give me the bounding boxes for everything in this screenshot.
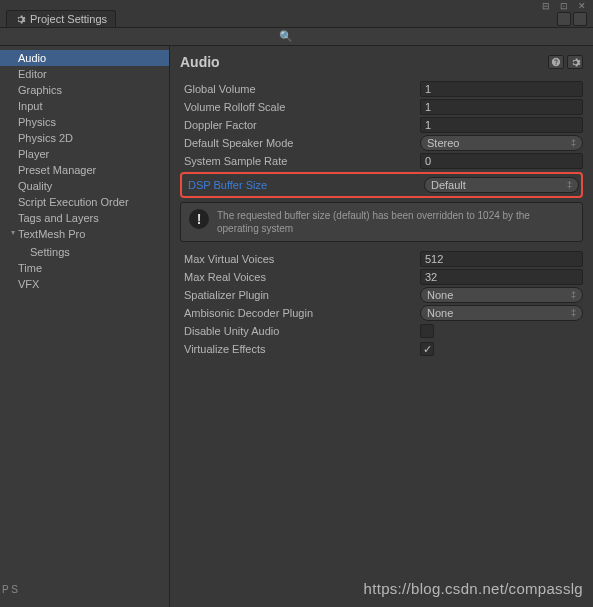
window-controls: ⊟ ⊡ ✕ — [539, 0, 589, 12]
prop-volume-rolloff: Volume Rolloff Scale — [180, 98, 583, 116]
sidebar-item-editor[interactable]: Editor — [0, 66, 169, 82]
highlighted-dsp-row: DSP Buffer Size Default — [180, 172, 583, 198]
settings-icon[interactable] — [567, 55, 583, 69]
prop-doppler-factor: Doppler Factor — [180, 116, 583, 134]
content-title: Audio — [180, 54, 220, 70]
ambisonic-dropdown[interactable]: None — [420, 305, 583, 321]
sidebar-item-preset-manager[interactable]: Preset Manager — [0, 162, 169, 178]
virtualize-checkbox[interactable] — [420, 342, 434, 356]
sidebar-item-graphics[interactable]: Graphics — [0, 82, 169, 98]
info-text: The requested buffer size (default) has … — [217, 209, 574, 235]
sidebar-item-textmesh-pro[interactable]: TextMesh Pro — [0, 226, 169, 244]
disable-audio-checkbox[interactable] — [420, 324, 434, 338]
watermark: https://blog.csdn.net/compasslg — [364, 580, 583, 597]
prop-speaker-mode: Default Speaker Mode Stereo — [180, 134, 583, 152]
sidebar-item-audio[interactable]: Audio — [0, 50, 169, 66]
maximize-icon[interactable]: ⊡ — [557, 0, 571, 12]
prop-disable-audio: Disable Unity Audio — [180, 322, 583, 340]
speaker-mode-dropdown[interactable]: Stereo — [420, 135, 583, 151]
prop-sample-rate: System Sample Rate — [180, 152, 583, 170]
sidebar-item-player[interactable]: Player — [0, 146, 169, 162]
sidebar-item-script-execution-order[interactable]: Script Execution Order — [0, 194, 169, 210]
prop-ambisonic: Ambisonic Decoder Plugin None — [180, 304, 583, 322]
sidebar-item-settings[interactable]: Settings — [0, 244, 169, 260]
prop-max-virtual: Max Virtual Voices — [180, 250, 583, 268]
sample-rate-input[interactable] — [420, 153, 583, 169]
sidebar-item-time[interactable]: Time — [0, 260, 169, 276]
sidebar-item-physics-2d[interactable]: Physics 2D — [0, 130, 169, 146]
watermark-left: P S — [2, 584, 18, 595]
sidebar: AudioEditorGraphicsInputPhysicsPhysics 2… — [0, 46, 170, 607]
prop-max-real: Max Real Voices — [180, 268, 583, 286]
gear-icon — [15, 14, 26, 25]
window-title: Project Settings — [30, 13, 107, 25]
window-tab[interactable]: Project Settings — [6, 10, 116, 27]
spatializer-dropdown[interactable]: None — [420, 287, 583, 303]
toolbar: 🔍 — [0, 28, 593, 46]
search-icon[interactable]: 🔍 — [279, 30, 293, 43]
minimize-icon[interactable]: ⊟ — [539, 0, 553, 12]
sidebar-item-vfx[interactable]: VFX — [0, 276, 169, 292]
max-virtual-input[interactable] — [420, 251, 583, 267]
sidebar-item-input[interactable]: Input — [0, 98, 169, 114]
info-box: ! The requested buffer size (default) ha… — [180, 202, 583, 242]
prop-dsp-buffer: DSP Buffer Size Default — [184, 176, 579, 194]
sidebar-item-physics[interactable]: Physics — [0, 114, 169, 130]
titlebar: Project Settings — [0, 10, 593, 28]
volume-rolloff-input[interactable] — [420, 99, 583, 115]
help-icon[interactable] — [548, 55, 564, 69]
global-volume-input[interactable] — [420, 81, 583, 97]
info-icon: ! — [189, 209, 209, 229]
titlebar-menu-button[interactable] — [573, 12, 587, 26]
dsp-buffer-dropdown[interactable]: Default — [424, 177, 579, 193]
prop-spatializer: Spatializer Plugin None — [180, 286, 583, 304]
titlebar-lock-button[interactable] — [557, 12, 571, 26]
prop-virtualize: Virtualize Effects — [180, 340, 583, 358]
doppler-factor-input[interactable] — [420, 117, 583, 133]
sidebar-item-tags-and-layers[interactable]: Tags and Layers — [0, 210, 169, 226]
max-real-input[interactable] — [420, 269, 583, 285]
content-panel: Audio Global Volume Volume Rolloff Scale… — [170, 46, 593, 607]
prop-global-volume: Global Volume — [180, 80, 583, 98]
close-icon[interactable]: ✕ — [575, 0, 589, 12]
sidebar-item-quality[interactable]: Quality — [0, 178, 169, 194]
